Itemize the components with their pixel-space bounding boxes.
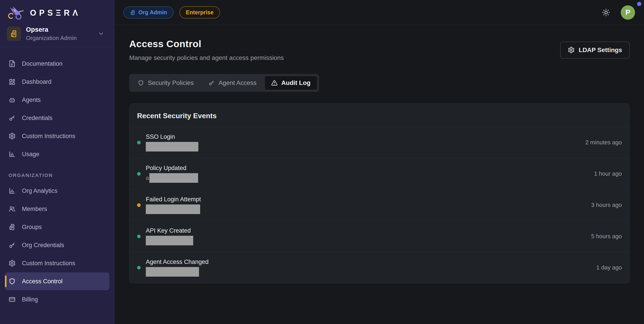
org-building-icon <box>7 26 21 41</box>
enterprise-badge: Enterprise <box>179 6 220 18</box>
event-row-failed-login-attempt[interactable]: Failed Login Attempt 3 hours ago <box>130 189 630 221</box>
sidebar-item-credentials[interactable]: Credentials <box>5 109 109 127</box>
event-title: API Key Created <box>146 227 193 234</box>
sidebar-item-dashboard[interactable]: Dashboard <box>5 73 109 91</box>
building-icon <box>130 9 136 15</box>
redacted-detail <box>146 267 199 277</box>
bar-chart-icon <box>8 187 16 194</box>
sidebar-item-label: Dashboard <box>22 78 52 85</box>
event-timestamp: 1 day ago <box>596 264 622 271</box>
sidebar-item-org-analytics[interactable]: Org Analytics <box>5 182 109 200</box>
event-row-policy-updated[interactable]: Policy Updated a 1 hour ago <box>130 158 630 189</box>
credit-card-icon <box>8 296 16 303</box>
sidebar-item-usage[interactable]: Usage <box>5 145 109 163</box>
shield-icon <box>8 278 16 285</box>
sidebar-item-billing[interactable]: Billing <box>5 291 109 308</box>
access-control-tabs: Security Policies Agent Access Audit Log <box>129 74 319 92</box>
app-logo: OPSΞRΛ <box>0 0 114 22</box>
event-timestamp: 2 minutes ago <box>586 139 622 146</box>
status-dot-success <box>137 266 141 270</box>
bot-icon <box>8 96 16 103</box>
sidebar-item-agents[interactable]: Agents <box>5 91 109 109</box>
org-role: Organization Admin <box>26 35 93 41</box>
status-dot-success <box>137 235 141 238</box>
event-title: SSO Login <box>146 133 198 140</box>
org-selector[interactable]: Opsera Organization Admin <box>4 24 110 43</box>
status-dot-success <box>137 172 141 176</box>
sidebar-item-label: Access Control <box>22 278 62 285</box>
page-subtitle: Manage security policies and agent acces… <box>129 54 284 61</box>
topbar: Org Admin Enterprise P <box>114 0 644 25</box>
redacted-detail <box>146 142 198 151</box>
sidebar-item-label: Custom Instructions <box>22 133 75 140</box>
user-avatar[interactable]: P <box>621 5 635 20</box>
event-row-api-key-created[interactable]: API Key Created 5 hours ago <box>130 221 630 252</box>
page-content: Access Control Manage security policies … <box>114 25 644 283</box>
sidebar-item-label: Credentials <box>22 115 52 122</box>
sidebar-item-access-control[interactable]: Access Control <box>5 272 109 290</box>
dashboard-grid-icon <box>8 78 16 85</box>
redacted-detail <box>146 204 200 214</box>
gear-icon <box>8 260 16 267</box>
status-dot-success <box>137 141 141 144</box>
sun-icon <box>602 8 610 16</box>
redacted-detail-remnant: a <box>146 175 149 181</box>
enterprise-badge-label: Enterprise <box>186 9 214 16</box>
sidebar: OPSΞRΛ Opsera Organization Admin Documen… <box>0 0 114 324</box>
key-icon <box>8 242 16 249</box>
tab-audit-log[interactable]: Audit Log <box>264 76 317 90</box>
tab-label: Agent Access <box>218 79 256 86</box>
chevron-down-icon <box>98 30 104 37</box>
alert-triangle-icon <box>271 80 278 86</box>
tab-agent-access[interactable]: Agent Access <box>202 76 263 90</box>
ldap-settings-button[interactable]: LDAP Settings <box>560 41 630 58</box>
org-name: Opsera <box>26 26 93 33</box>
sidebar-nav: Documentation Dashboard Agents Credentia… <box>0 47 114 309</box>
card-title: Recent Security Events <box>130 104 630 127</box>
event-timestamp: 3 hours ago <box>591 202 622 209</box>
page-header: Access Control Manage security policies … <box>129 38 630 61</box>
tab-label: Security Policies <box>148 79 194 86</box>
sidebar-item-documentation[interactable]: Documentation <box>5 55 109 73</box>
ldap-settings-label: LDAP Settings <box>579 46 622 54</box>
theme-toggle-button[interactable] <box>601 7 611 17</box>
redacted-detail <box>146 236 193 245</box>
page-title: Access Control <box>129 38 284 49</box>
users-icon <box>8 205 16 213</box>
sidebar-item-custom-instructions-org[interactable]: Custom Instructions <box>5 254 109 272</box>
sidebar-item-label: Agents <box>22 96 41 103</box>
sidebar-item-members[interactable]: Members <box>5 200 109 218</box>
sidebar-section-organization: ORGANIZATION <box>8 173 106 178</box>
org-admin-badge-label: Org Admin <box>138 9 167 16</box>
sidebar-item-label: Groups <box>22 224 42 231</box>
sidebar-item-label: Billing <box>22 296 38 303</box>
redacted-detail <box>149 173 198 183</box>
event-title: Failed Login Attempt <box>146 196 201 203</box>
shield-icon <box>138 80 144 86</box>
hummingbird-logo-icon <box>6 5 27 20</box>
sidebar-item-custom-instructions[interactable]: Custom Instructions <box>5 127 109 145</box>
sidebar-item-groups[interactable]: Groups <box>5 218 109 236</box>
event-row-sso-login[interactable]: SSO Login 2 minutes ago <box>130 127 630 158</box>
sidebar-item-label: Members <box>22 206 47 213</box>
corner-notification-dot <box>637 2 641 6</box>
gear-icon <box>568 46 575 53</box>
tab-security-policies[interactable]: Security Policies <box>131 76 200 90</box>
main-area: Org Admin Enterprise P Access Control Ma… <box>114 0 644 324</box>
bar-chart-icon <box>8 151 16 158</box>
sidebar-item-label: Documentation <box>22 60 62 67</box>
event-title: Policy Updated <box>146 165 198 172</box>
event-row-agent-access-changed[interactable]: Agent Access Changed 1 day ago <box>130 252 630 283</box>
key-icon <box>8 114 16 122</box>
tab-label: Audit Log <box>281 79 310 86</box>
status-dot-warning <box>137 203 141 207</box>
sidebar-item-label: Usage <box>22 151 39 158</box>
sidebar-item-label: Org Credentials <box>22 242 64 249</box>
event-title: Agent Access Changed <box>146 259 209 266</box>
event-timestamp: 5 hours ago <box>591 233 622 240</box>
sidebar-item-org-credentials[interactable]: Org Credentials <box>5 236 109 254</box>
app-logo-text: OPSΞRΛ <box>30 8 81 18</box>
sidebar-item-label: Org Analytics <box>22 187 58 194</box>
gear-icon <box>8 132 16 140</box>
key-icon <box>208 80 215 86</box>
